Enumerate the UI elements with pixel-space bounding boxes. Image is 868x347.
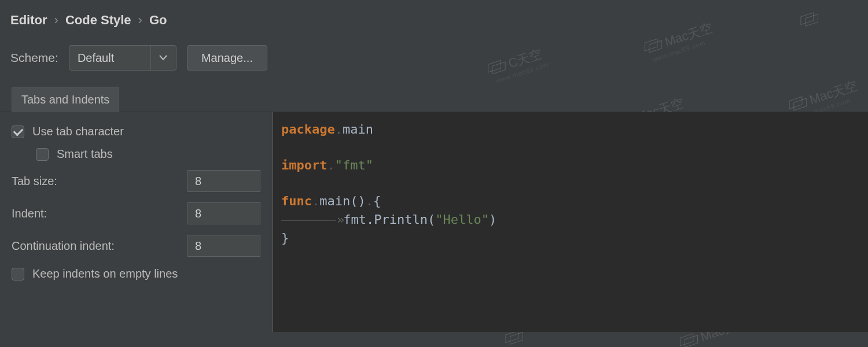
tab-size-input[interactable] bbox=[187, 170, 260, 192]
keyword-func: func bbox=[281, 194, 312, 208]
breadcrumb-separator: › bbox=[138, 13, 142, 28]
keyword-import: import bbox=[281, 158, 327, 172]
continuation-indent-label: Continuation indent: bbox=[12, 239, 115, 253]
continuation-indent-row: Continuation indent: bbox=[12, 235, 260, 257]
call-close-paren: ) bbox=[489, 212, 496, 227]
continuation-indent-input[interactable] bbox=[187, 235, 260, 257]
code-line: package.main bbox=[281, 120, 860, 139]
manage-button[interactable]: Manage... bbox=[187, 45, 267, 71]
indent-input[interactable] bbox=[187, 202, 260, 224]
tab-tabs-and-indents[interactable]: Tabs and Indents bbox=[12, 87, 119, 112]
smart-tabs-checkbox[interactable] bbox=[36, 148, 49, 161]
code-preview: package.main import."fmt" func.main().{ … bbox=[272, 112, 868, 332]
blank-line bbox=[281, 139, 860, 156]
keep-indents-empty-label: Keep indents on empty lines bbox=[32, 267, 178, 280]
blank-line bbox=[281, 175, 860, 192]
brace-close: } bbox=[281, 231, 289, 245]
keep-indents-empty-checkbox[interactable] bbox=[12, 268, 24, 280]
tab-indent-guide bbox=[281, 220, 336, 221]
string-hello: "Hello" bbox=[435, 212, 489, 227]
breadcrumb-item-editor[interactable]: Editor bbox=[10, 13, 47, 28]
code-line: »fmt.Println("Hello") bbox=[281, 211, 860, 229]
smart-tabs-label: Smart tabs bbox=[57, 147, 113, 161]
scheme-dropdown[interactable]: Default bbox=[69, 45, 176, 71]
indent-label: Indent: bbox=[12, 207, 47, 220]
breadcrumb: Editor › Code Style › Go bbox=[0, 0, 868, 34]
scheme-label: Scheme: bbox=[10, 51, 58, 65]
code-line: func.main().{ bbox=[281, 192, 860, 211]
use-tab-character-row[interactable]: Use tab character bbox=[12, 125, 260, 138]
tab-arrow-icon: » bbox=[337, 212, 343, 227]
code-line: import."fmt" bbox=[281, 156, 860, 175]
scheme-row: Scheme: Default Manage... bbox=[0, 34, 868, 86]
smart-tabs-row[interactable]: Smart tabs bbox=[36, 147, 260, 161]
keyword-package: package bbox=[281, 122, 335, 136]
package-name: main bbox=[343, 122, 373, 136]
brace-open: { bbox=[373, 194, 381, 208]
use-tab-character-checkbox[interactable] bbox=[12, 125, 24, 138]
keep-indents-empty-row[interactable]: Keep indents on empty lines bbox=[12, 267, 260, 280]
breadcrumb-separator: › bbox=[54, 13, 58, 28]
indent-row: Indent: bbox=[12, 202, 260, 224]
import-string: "fmt" bbox=[335, 158, 373, 172]
use-tab-character-label: Use tab character bbox=[32, 125, 124, 138]
breadcrumb-item-go: Go bbox=[149, 13, 167, 28]
settings-form: Use tab character Smart tabs Tab size: I… bbox=[0, 112, 272, 332]
content-area: Use tab character Smart tabs Tab size: I… bbox=[0, 112, 868, 332]
chevron-down-icon[interactable] bbox=[150, 46, 176, 70]
code-line: } bbox=[281, 229, 860, 248]
func-parens: () bbox=[350, 194, 366, 208]
tab-size-row: Tab size: bbox=[12, 170, 260, 192]
func-name: main bbox=[319, 194, 350, 208]
call-fmt-println: fmt.Println( bbox=[343, 212, 435, 227]
scheme-dropdown-value: Default bbox=[69, 51, 150, 65]
breadcrumb-item-code-style[interactable]: Code Style bbox=[65, 13, 131, 28]
tab-strip: Tabs and Indents bbox=[0, 86, 868, 112]
tab-size-label: Tab size: bbox=[12, 175, 57, 188]
